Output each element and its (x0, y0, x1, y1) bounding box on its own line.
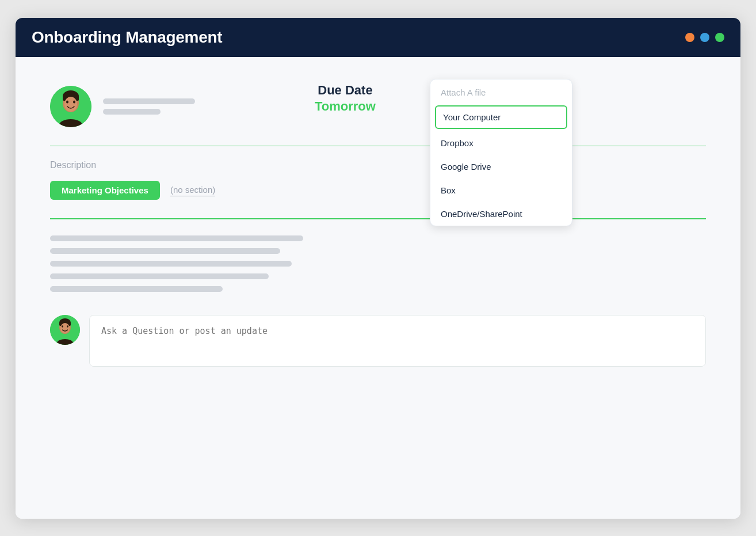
app-title: Onboarding Management (32, 28, 222, 47)
attach-option-computer[interactable]: Your Computer (435, 105, 567, 129)
maximize-icon[interactable] (715, 33, 724, 42)
skeleton-line-1 (50, 235, 303, 241)
tag-row: Marketing Objectives (no section) (50, 181, 706, 200)
attach-file-dropdown: Attach A file Your Computer Dropbox Goog… (430, 79, 572, 226)
attach-option-dropbox[interactable]: Dropbox (430, 131, 572, 155)
bottom-divider (50, 218, 706, 219)
user-role-skeleton (103, 109, 161, 115)
no-section-label: (no section) (170, 185, 215, 196)
user-row (50, 86, 706, 127)
avatar (50, 86, 91, 127)
svg-point-12 (60, 323, 70, 333)
tag-badge[interactable]: Marketing Objectives (50, 181, 160, 200)
due-date-section: Due Date Tomorrow (315, 83, 376, 114)
skeleton-line-4 (50, 273, 269, 279)
titlebar: Onboarding Management (16, 18, 740, 57)
svg-point-5 (66, 100, 68, 103)
attach-option-googledrive[interactable]: Google Drive (430, 155, 572, 178)
commenter-avatar (50, 315, 80, 345)
skeleton-line-5 (50, 286, 223, 292)
skeleton-line-3 (50, 261, 292, 267)
due-date-label: Due Date (315, 83, 376, 98)
attach-option-onedrive[interactable]: OneDrive/SharePoint (430, 202, 572, 226)
app-window: Onboarding Management Due Date Tomorrow … (16, 18, 740, 519)
close-icon[interactable] (685, 33, 694, 42)
attach-dropdown-header: Attach A file (430, 79, 572, 105)
attach-option-box[interactable]: Box (430, 178, 572, 202)
svg-point-4 (64, 97, 77, 112)
description-label: Description (50, 160, 706, 170)
window-controls (685, 33, 724, 42)
due-date-value: Tomorrow (315, 99, 376, 114)
svg-point-6 (73, 100, 75, 103)
content-skeleton (50, 235, 706, 292)
minimize-icon[interactable] (700, 33, 709, 42)
top-divider (50, 146, 706, 147)
comment-input[interactable] (89, 315, 706, 367)
svg-point-13 (62, 325, 63, 328)
svg-point-14 (67, 325, 68, 328)
skeleton-line-2 (50, 248, 280, 254)
user-info (103, 98, 195, 115)
comment-row (50, 315, 706, 367)
user-name-skeleton (103, 98, 195, 104)
main-content: Due Date Tomorrow Attach A file Your Com… (16, 57, 740, 519)
